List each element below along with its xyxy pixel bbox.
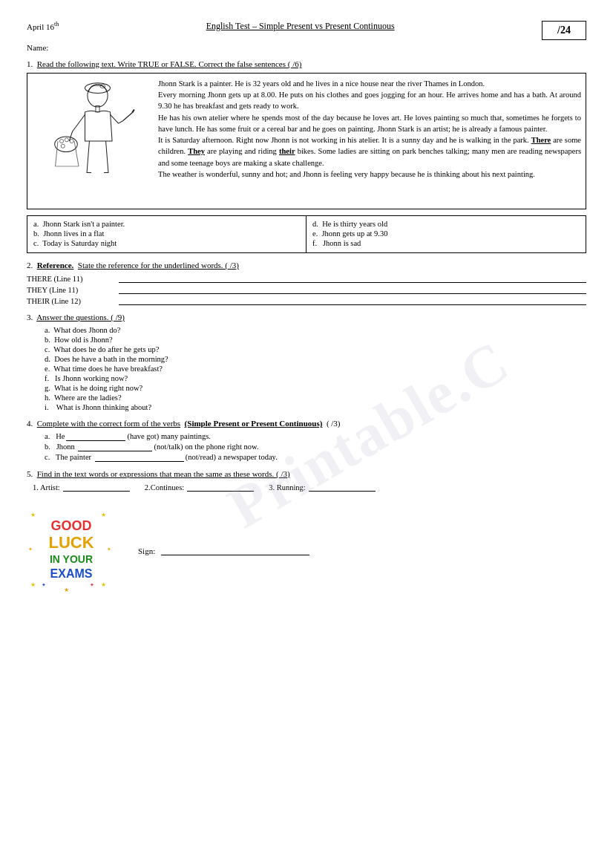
ref-there: THERE (Line 11) <box>27 274 586 283</box>
svg-point-4 <box>65 138 68 142</box>
svg-text:GOOD: GOOD <box>50 518 91 533</box>
painter-illustration <box>36 78 147 204</box>
svg-point-5 <box>70 139 73 143</box>
tf-item-b: b. Jhonn lives in a flat <box>33 229 300 238</box>
section3-list: a. What does Jhonn do? b. How old is Jho… <box>33 326 586 411</box>
svg-text:★: ★ <box>30 581 36 588</box>
name-line: Name: <box>27 43 586 52</box>
good-luck-svg: ★ ★ ✦ ✦ ★ ★ GOOD LUCK IN YOUR EXAMS ✦ ✦ … <box>27 506 116 595</box>
ref-they: THEY (Line 11) <box>27 285 586 294</box>
tf-item-a: a. Jhonn Stark isn't a painter. <box>33 220 300 228</box>
tf-item-c: c. Today is Saturday night <box>33 239 300 247</box>
q3-a: a. What does Jhonn do? <box>45 326 586 334</box>
svg-text:★: ★ <box>101 512 106 518</box>
tf-item-d: d. He is thirty years old <box>312 220 580 228</box>
svg-line-7 <box>123 113 133 121</box>
good-luck-image: ★ ★ ✦ ✦ ★ ★ GOOD LUCK IN YOUR EXAMS ✦ ✦ … <box>27 506 116 595</box>
q3-e: e. What time does he have breakfast? <box>45 365 586 373</box>
tf-box: a. Jhonn Stark isn't a painter. b. Jhonn… <box>27 215 586 253</box>
q3-h: h. Where are the ladies? <box>45 394 586 402</box>
q3-g: g. What is he doing right now? <box>45 384 586 392</box>
blank-4c[interactable] <box>95 453 184 462</box>
q3-d: d. Does he have a bath in the morning? <box>45 355 586 363</box>
svg-point-6 <box>61 144 65 148</box>
q3-b: b. How old is Jhonn? <box>45 336 586 344</box>
s5-running: 3. Running: <box>269 483 376 492</box>
s5-continues: 2.Continues: <box>145 483 254 492</box>
sign-underline[interactable] <box>161 546 309 555</box>
section5-title: 5. Find in the text words or expressions… <box>27 469 586 478</box>
blank-4a[interactable] <box>66 432 125 441</box>
tf-item-f: f. Jhonn is sad <box>312 239 580 247</box>
test-title: English Test – Simple Present vs Present… <box>59 21 542 32</box>
svg-text:✦: ✦ <box>28 546 33 552</box>
painter-image <box>32 78 151 204</box>
page-header: April 16th English Test – Simple Present… <box>27 21 586 40</box>
section3-title: 3. Answer the questions. ( /9) <box>27 313 586 322</box>
tf-item-e: e. Jhonn gets up at 9.30 <box>312 229 580 238</box>
q4-c: c. The painter (not/read) a newspaper to… <box>45 453 586 462</box>
section4: 4. Complete with the correct form of the… <box>27 419 586 462</box>
sign-area: Sign: <box>138 546 309 555</box>
section5-words: 1. Artist: 2.Continues: 3. Running: <box>33 483 586 492</box>
date: April 16th <box>27 21 59 31</box>
section5: 5. Find in the text words or expressions… <box>27 469 586 492</box>
date-text: April 16 <box>27 22 54 31</box>
blank-5-continues[interactable] <box>187 483 254 492</box>
svg-line-12 <box>56 141 58 166</box>
blank-5-artist[interactable] <box>63 483 130 492</box>
svg-text:✦: ✦ <box>90 582 94 588</box>
svg-text:★: ★ <box>101 581 106 588</box>
svg-text:★: ★ <box>30 512 36 518</box>
blank-4b[interactable] <box>78 443 152 451</box>
s5-artist: 1. Artist: <box>33 483 130 492</box>
svg-point-3 <box>60 139 64 143</box>
reading-passage-box: Jhonn Stark is a painter. He is 32 years… <box>27 73 586 209</box>
q4-a: a. He (have got) many paintings. <box>45 432 586 441</box>
svg-text:★: ★ <box>64 587 69 593</box>
section4-list: a. He (have got) many paintings. b. Jhon… <box>33 432 586 462</box>
score-box: /24 <box>542 21 586 40</box>
section2-title: 2. Reference. State the reference for th… <box>27 261 586 270</box>
svg-line-8 <box>132 110 134 113</box>
section1: 1. Read the following text. Write TRUE o… <box>27 59 586 253</box>
svg-text:✦: ✦ <box>107 546 111 552</box>
q4-b: b. Jhonn (not/talk) on the phone right n… <box>45 443 586 451</box>
section1-title: 1. Read the following text. Write TRUE o… <box>27 59 586 68</box>
blank-5-running[interactable] <box>309 483 376 492</box>
ref-their: THEIR (Line 12) <box>27 296 586 305</box>
section4-title: 4. Complete with the correct form of the… <box>27 419 586 428</box>
svg-text:LUCK: LUCK <box>48 533 94 552</box>
q3-c: c. What does he do after he gets up? <box>45 345 586 353</box>
q3-i: i. What is Jhonn thinking about? <box>45 403 586 411</box>
section2: 2. Reference. State the reference for th… <box>27 261 586 305</box>
svg-line-11 <box>74 141 79 166</box>
footer-section: ★ ★ ✦ ✦ ★ ★ GOOD LUCK IN YOUR EXAMS ✦ ✦ … <box>27 506 586 595</box>
svg-text:EXAMS: EXAMS <box>50 567 93 580</box>
svg-point-2 <box>55 137 78 151</box>
tf-col-right: d. He is thirty years old e. Jhonn gets … <box>306 216 586 252</box>
q3-f: f. Is Jhonn working now? <box>45 374 586 382</box>
section3: 3. Answer the questions. ( /9) a. What d… <box>27 313 586 411</box>
svg-text:✦: ✦ <box>42 582 46 588</box>
svg-text:IN YOUR: IN YOUR <box>50 553 93 565</box>
tf-col-left: a. Jhonn Stark isn't a painter. b. Jhonn… <box>27 216 306 252</box>
passage-text: Jhonn Stark is a painter. He is 32 years… <box>158 78 581 204</box>
